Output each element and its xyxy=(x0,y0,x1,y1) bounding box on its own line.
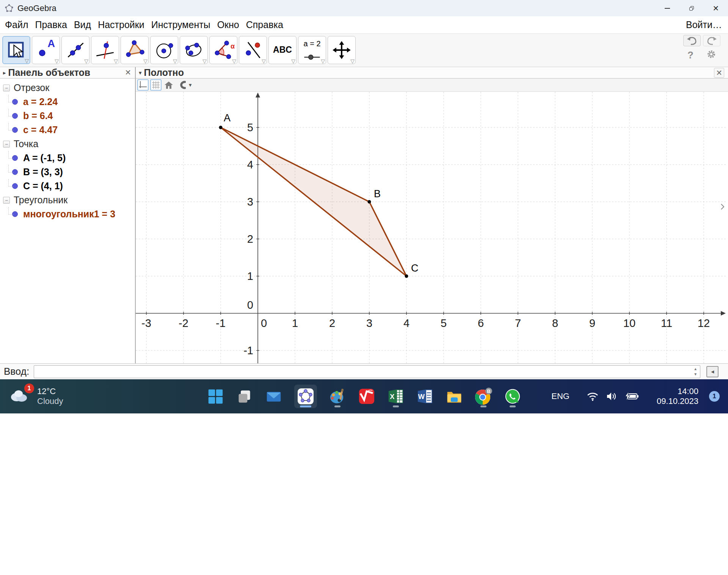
tree-item[interactable]: a = 2.24 xyxy=(0,95,135,109)
point-C[interactable] xyxy=(405,275,408,278)
tree-item[interactable]: b = 6.4 xyxy=(0,109,135,123)
menu-item-5[interactable]: Инструменты xyxy=(148,19,214,30)
panel-resize-arrow[interactable] xyxy=(721,204,724,209)
perpendicular-line-tool-button[interactable]: ▽ xyxy=(91,36,119,64)
close-button[interactable]: ✕ xyxy=(704,0,728,16)
tool-dropdown-icon[interactable]: ▽ xyxy=(84,58,88,64)
taskbar-app-chrome[interactable]: B xyxy=(475,385,492,408)
menu-item-1[interactable]: Файл xyxy=(2,19,31,30)
tool-dropdown-icon[interactable]: ▽ xyxy=(262,58,266,64)
tree-item[interactable]: A = (-1, 5) xyxy=(0,151,135,165)
input-help-toggle-button[interactable]: ◂ xyxy=(706,366,719,377)
notification-count-badge[interactable]: 1 xyxy=(709,391,720,402)
tree-item[interactable]: многоугольник1 = 3 xyxy=(0,207,135,221)
line-tool-button[interactable]: ▽ xyxy=(61,36,89,64)
spinner-up-icon[interactable]: ▲ xyxy=(693,366,697,372)
graphics-panel: ▾ Полотно ✕ xyxy=(136,67,728,363)
tree-section[interactable]: −Отрезок xyxy=(0,81,135,95)
wifi-icon[interactable] xyxy=(586,391,599,402)
reflect-tool-button[interactable]: ▽ xyxy=(239,36,267,64)
point-B[interactable] xyxy=(368,200,371,204)
tool-dropdown-icon[interactable]: ▽ xyxy=(55,58,59,64)
taskbar-app-word[interactable]: W xyxy=(416,385,434,408)
point-A[interactable] xyxy=(219,126,223,129)
x-axis-label: -3 xyxy=(141,317,151,329)
point-tool-button[interactable]: A ▽ xyxy=(32,36,60,64)
undo-icon xyxy=(684,35,700,46)
taskbar-app-video-app[interactable] xyxy=(358,385,375,408)
polygon-tool-button[interactable]: ▽ xyxy=(121,36,149,64)
restore-button[interactable] xyxy=(679,0,704,16)
command-input[interactable] xyxy=(34,365,700,378)
angle-tool-button[interactable]: α ▽ xyxy=(209,36,237,64)
capture-dropdown-icon[interactable]: ▾ xyxy=(189,82,192,88)
tree-section[interactable]: −Треугольник xyxy=(0,193,135,207)
help-button[interactable]: ? xyxy=(687,49,693,61)
tool-dropdown-icon[interactable]: ▽ xyxy=(350,58,355,64)
taskbar-app-mail[interactable] xyxy=(265,385,282,408)
spinner-down-icon[interactable]: ▼ xyxy=(693,372,697,377)
tree-item[interactable]: C = (4, 1) xyxy=(0,179,135,193)
menu-item-2[interactable]: Правка xyxy=(31,19,70,30)
minimize-button[interactable] xyxy=(655,0,679,16)
weather-widget[interactable]: 1 12°C Cloudy xyxy=(8,379,63,413)
tool-dropdown-icon[interactable]: ▽ xyxy=(25,58,29,63)
sign-in-link[interactable]: Войти… xyxy=(686,19,722,30)
move-tool-button[interactable]: ▽ xyxy=(2,36,30,64)
algebra-close-icon[interactable]: ✕ xyxy=(125,68,131,77)
tool-dropdown-icon[interactable]: ▽ xyxy=(173,58,177,64)
task-view-icon xyxy=(237,388,253,404)
taskbar-app-excel[interactable]: X xyxy=(387,385,405,408)
algebra-panel-header[interactable]: ▸ Панель объектов ✕ xyxy=(0,67,135,79)
menu-item-7[interactable]: Справка xyxy=(243,19,287,30)
battery-charging-icon[interactable] xyxy=(624,391,639,402)
text-tool-button[interactable]: ABC ▽ xyxy=(268,36,297,64)
input-toggle-icon: ◂ xyxy=(711,368,714,375)
move-graphics-view-tool-button[interactable]: ▽ xyxy=(328,36,356,64)
undo-button[interactable] xyxy=(683,35,701,46)
tool-dropdown-icon[interactable]: ▽ xyxy=(232,58,236,64)
collapse-box-icon[interactable]: − xyxy=(3,141,10,148)
slider-tool-button[interactable]: a = 2 ▽ xyxy=(298,36,326,64)
point-capturing-button[interactable] xyxy=(176,79,187,91)
menu-item-4[interactable]: Настройки xyxy=(94,19,148,30)
redo-button[interactable] xyxy=(703,35,720,46)
window-title: GeoGebra xyxy=(17,3,56,13)
collapse-box-icon[interactable]: − xyxy=(3,197,10,204)
taskbar-app-geogebra[interactable] xyxy=(294,385,317,408)
y-axis-arrow xyxy=(256,93,260,97)
language-indicator[interactable]: ENG xyxy=(551,391,570,401)
taskbar-app-start[interactable] xyxy=(207,385,224,408)
circle-tool-button[interactable]: ▽ xyxy=(150,36,178,64)
toggle-axes-button[interactable] xyxy=(137,79,149,91)
tool-dropdown-icon[interactable]: ▽ xyxy=(114,58,118,64)
collapse-caret-icon[interactable]: ▾ xyxy=(139,69,142,76)
graphics-panel-header[interactable]: ▾ Полотно ✕ xyxy=(136,67,728,79)
collapse-box-icon[interactable]: − xyxy=(3,85,10,91)
tree-item[interactable]: c = 4.47 xyxy=(0,123,135,137)
taskbar-app-whatsapp[interactable] xyxy=(504,385,521,408)
tool-dropdown-icon[interactable]: ▽ xyxy=(321,58,325,64)
clock[interactable]: 14:00 09.10.2023 xyxy=(657,386,698,406)
ellipse-tool-button[interactable]: ▽ xyxy=(180,36,208,64)
tree-section[interactable]: −Точка xyxy=(0,137,135,151)
tool-dropdown-icon[interactable]: ▽ xyxy=(202,58,207,64)
y-axis-label: -1 xyxy=(243,344,253,357)
tree-item[interactable]: B = (3, 3) xyxy=(0,165,135,179)
graphics-canvas[interactable]: -3-2-10123456789101112-1012345ABC xyxy=(136,92,727,363)
toggle-grid-button[interactable] xyxy=(150,79,162,91)
menu-item-6[interactable]: Окно xyxy=(214,19,243,30)
input-history-spinner[interactable]: ▲ ▼ xyxy=(693,366,697,377)
taskbar-app-paint[interactable] xyxy=(329,385,346,408)
volume-icon[interactable] xyxy=(606,391,617,402)
y-axis-label: 2 xyxy=(247,233,253,245)
default-view-button[interactable] xyxy=(163,79,174,91)
expand-caret-icon[interactable]: ▸ xyxy=(3,69,6,76)
settings-gear-icon[interactable] xyxy=(706,49,716,59)
menu-item-3[interactable]: Вид xyxy=(71,19,94,30)
taskbar-app-file-explorer[interactable] xyxy=(446,385,463,408)
taskbar-app-task-view[interactable] xyxy=(236,385,253,408)
tool-dropdown-icon[interactable]: ▽ xyxy=(291,58,295,64)
tool-dropdown-icon[interactable]: ▽ xyxy=(143,58,147,64)
graphics-close-icon[interactable]: ✕ xyxy=(714,68,724,78)
